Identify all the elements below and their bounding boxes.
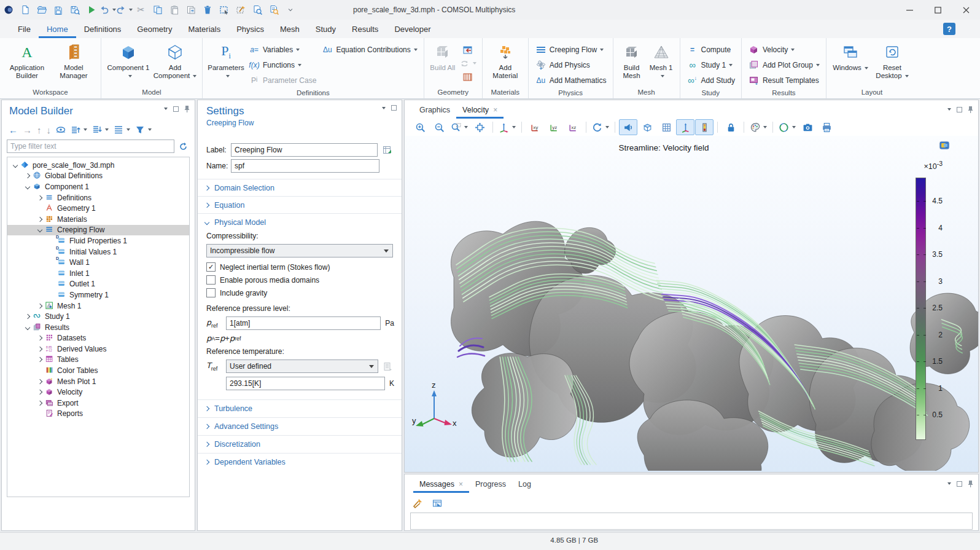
tree-expander-icon[interactable] <box>36 380 44 383</box>
help-button[interactable]: ? <box>943 23 955 35</box>
tree-item-velocity[interactable]: Velocity <box>7 387 189 398</box>
filter-funnel-button[interactable] <box>133 123 154 136</box>
physics-interface-button[interactable]: Creeping Flow <box>532 42 609 57</box>
go-to-view-button[interactable] <box>497 119 518 135</box>
maximize-button[interactable] <box>924 0 952 20</box>
tref-dropdown[interactable]: User defined <box>226 359 378 373</box>
select-box-button[interactable] <box>216 2 232 18</box>
view-yz-button[interactable]: yz <box>545 119 563 135</box>
clear-messages-icon[interactable] <box>411 497 424 510</box>
label-field-input[interactable]: Creeping Flow <box>231 143 378 157</box>
add-plot-group-button[interactable]: Add Plot Group <box>745 57 822 73</box>
tree-item-tables[interactable]: Tables <box>7 355 189 366</box>
messages-tab-messages[interactable]: Messages× <box>413 475 469 493</box>
tref-input[interactable]: 293.15[K] <box>226 377 385 390</box>
tree-item-pore-scale-flow-3d-mph[interactable]: pore_scale_flow_3d.mph <box>7 160 189 171</box>
tree-item-results[interactable]: Results <box>7 322 189 333</box>
add-physics-button[interactable]: Add Physics <box>532 57 609 73</box>
collapse-all-caret-icon[interactable] <box>126 128 130 131</box>
section-physical-model[interactable]: Physical Model <box>198 213 402 230</box>
environment-caret-icon[interactable] <box>792 126 796 128</box>
tree-item-study-1[interactable]: Study 1 <box>7 311 189 322</box>
add-material-button[interactable]: Add Material <box>486 41 524 80</box>
rename-button[interactable] <box>381 143 394 157</box>
checkbox-checked[interactable]: ✓ <box>206 262 216 272</box>
float-panel-icon[interactable] <box>957 107 962 112</box>
open-file-button[interactable] <box>33 2 50 18</box>
ribbon-tab-results[interactable]: Results <box>344 20 386 38</box>
component-1-button[interactable]: Component 1 <box>105 41 152 80</box>
result-templates-button[interactable]: Result Templates <box>745 73 822 88</box>
zoom-box-caret-icon[interactable] <box>464 126 468 128</box>
section-turbulence[interactable]: Turbulence <box>198 399 402 417</box>
lock-button[interactable] <box>721 119 740 135</box>
tree-item-global-definitions[interactable]: Global Definitions <box>7 171 189 182</box>
panel-menu-icon[interactable] <box>947 482 951 485</box>
show-toggle-button[interactable] <box>54 123 68 136</box>
parameters-button[interactable]: Pi Parameters <box>206 41 246 80</box>
tree-item-definitions[interactable]: Definitions <box>7 192 189 203</box>
zoom-out-button[interactable] <box>430 119 448 135</box>
tree-item-creeping-flow[interactable]: Creeping Flow <box>7 225 189 236</box>
nav-forward-button[interactable]: → <box>21 123 34 136</box>
tree-item-materials[interactable]: Materials <box>7 214 189 225</box>
print-button[interactable] <box>817 119 836 135</box>
graphics-context-icon[interactable] <box>939 141 950 150</box>
tree-expander-icon[interactable] <box>36 390 44 394</box>
compute-button[interactable]: =Compute <box>684 42 737 57</box>
tree-item-datasets[interactable]: Datasets <box>7 333 189 344</box>
messages-tab-log[interactable]: Log <box>512 475 537 493</box>
section-advanced-settings[interactable]: Advanced Settings <box>198 417 402 434</box>
duplicate-button[interactable] <box>182 2 199 18</box>
tree-item-fluid-properties-1[interactable]: DFluid Properties 1 <box>7 235 189 246</box>
rotate-button[interactable] <box>590 119 611 135</box>
checkbox-unchecked[interactable] <box>206 275 216 285</box>
collapse-all-button[interactable] <box>112 123 132 136</box>
ribbon-tab-physics[interactable]: Physics <box>228 20 272 38</box>
move-down-button[interactable]: ↓ <box>45 123 53 136</box>
tree-expander-icon[interactable] <box>23 174 32 178</box>
tree-expander-icon[interactable] <box>36 304 44 308</box>
expand-down-caret-icon[interactable] <box>105 128 109 131</box>
redo-button[interactable] <box>116 2 133 18</box>
show-axis-button[interactable] <box>676 119 694 135</box>
model-manager-button[interactable]: Model Manager <box>50 41 97 80</box>
close-button[interactable] <box>952 0 980 20</box>
section-discretization[interactable]: Discretization <box>198 435 402 452</box>
pin-panel-icon[interactable] <box>968 480 973 487</box>
tree-item-inlet-1[interactable]: Inlet 1 <box>7 268 189 279</box>
tree-item-wall-1[interactable]: DWall 1 <box>7 257 189 268</box>
float-panel-icon[interactable] <box>391 105 397 111</box>
ribbon-tab-definitions[interactable]: Definitions <box>76 20 130 38</box>
tree-expander-icon[interactable] <box>11 163 20 167</box>
graphics-tab-graphics[interactable]: Graphics <box>413 101 456 119</box>
section-dependent-variables[interactable]: Dependent Variables <box>198 453 402 470</box>
rotate-caret-icon[interactable] <box>605 126 609 128</box>
scene-light-button[interactable] <box>619 119 637 135</box>
velocity-plot-button[interactable]: Velocity <box>745 42 822 57</box>
panel-menu-icon[interactable] <box>382 107 386 109</box>
build-mesh-button[interactable]: Build Mesh <box>617 41 647 80</box>
tree-item-symmetry-1[interactable]: Symmetry 1 <box>7 289 189 301</box>
open-messages-window-icon[interactable] <box>430 497 444 510</box>
tref-list-button[interactable] <box>381 359 394 373</box>
ribbon-tab-home[interactable]: Home <box>39 20 76 38</box>
minimize-button[interactable] <box>895 0 924 20</box>
nav-back-button[interactable]: ← <box>7 123 20 136</box>
tree-item-mesh-1[interactable]: Mesh 1 <box>7 301 189 312</box>
move-up-button[interactable]: ↑ <box>35 123 44 136</box>
go-to-view-caret-icon[interactable] <box>512 126 516 128</box>
save-button[interactable] <box>50 2 66 18</box>
mesh-1-button[interactable]: Mesh 1 <box>647 41 676 80</box>
tree-item-geometry-1[interactable]: Geometry 1 <box>7 203 189 214</box>
filter-funnel-caret-icon[interactable] <box>148 128 152 131</box>
ribbon-tab-materials[interactable]: Materials <box>180 20 228 38</box>
transparency-button[interactable] <box>638 119 656 135</box>
ribbon-tab-file[interactable]: File <box>10 20 39 38</box>
float-panel-icon[interactable] <box>173 106 179 112</box>
messages-tab-progress[interactable]: Progress <box>469 475 512 493</box>
tree-expander-icon[interactable] <box>36 358 44 361</box>
panel-menu-icon[interactable] <box>947 108 951 111</box>
build-all-button[interactable]: Build All <box>428 41 457 72</box>
ribbon-tab-geometry[interactable]: Geometry <box>129 20 180 38</box>
